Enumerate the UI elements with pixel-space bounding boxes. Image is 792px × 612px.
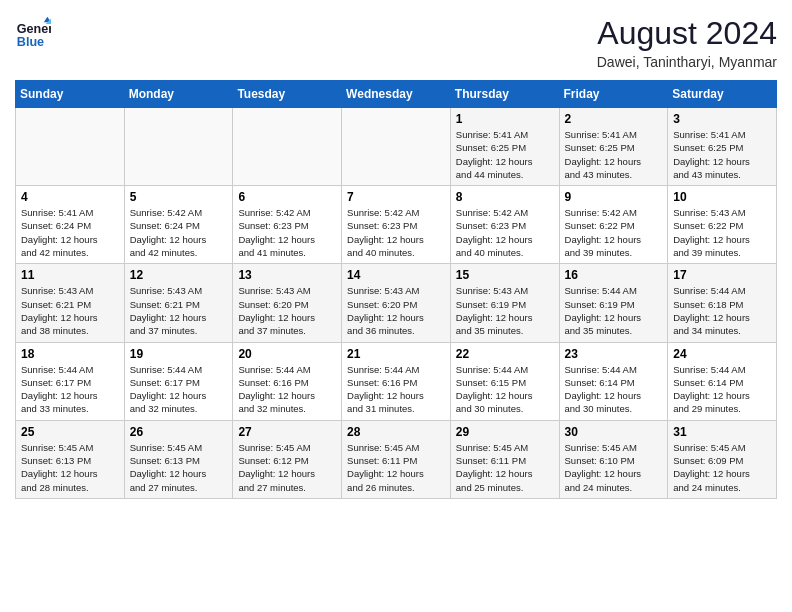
day-number: 28 [347,425,445,439]
day-info: Sunrise: 5:43 AM Sunset: 6:20 PM Dayligh… [238,284,336,337]
month-year: August 2024 [597,15,777,52]
calendar-cell: 20Sunrise: 5:44 AM Sunset: 6:16 PM Dayli… [233,342,342,420]
day-info: Sunrise: 5:41 AM Sunset: 6:24 PM Dayligh… [21,206,119,259]
day-number: 30 [565,425,663,439]
day-number: 21 [347,347,445,361]
day-number: 22 [456,347,554,361]
calendar-cell: 28Sunrise: 5:45 AM Sunset: 6:11 PM Dayli… [342,420,451,498]
day-info: Sunrise: 5:45 AM Sunset: 6:13 PM Dayligh… [130,441,228,494]
day-info: Sunrise: 5:43 AM Sunset: 6:19 PM Dayligh… [456,284,554,337]
calendar-cell: 3Sunrise: 5:41 AM Sunset: 6:25 PM Daylig… [668,108,777,186]
day-info: Sunrise: 5:43 AM Sunset: 6:21 PM Dayligh… [130,284,228,337]
weekday-header-saturday: Saturday [668,81,777,108]
day-info: Sunrise: 5:45 AM Sunset: 6:11 PM Dayligh… [456,441,554,494]
calendar-cell: 1Sunrise: 5:41 AM Sunset: 6:25 PM Daylig… [450,108,559,186]
calendar-cell: 2Sunrise: 5:41 AM Sunset: 6:25 PM Daylig… [559,108,668,186]
calendar-cell: 12Sunrise: 5:43 AM Sunset: 6:21 PM Dayli… [124,264,233,342]
calendar-cell: 13Sunrise: 5:43 AM Sunset: 6:20 PM Dayli… [233,264,342,342]
calendar-cell: 5Sunrise: 5:42 AM Sunset: 6:24 PM Daylig… [124,186,233,264]
day-info: Sunrise: 5:42 AM Sunset: 6:23 PM Dayligh… [456,206,554,259]
calendar-week-3: 18Sunrise: 5:44 AM Sunset: 6:17 PM Dayli… [16,342,777,420]
calendar-cell: 16Sunrise: 5:44 AM Sunset: 6:19 PM Dayli… [559,264,668,342]
calendar-cell: 10Sunrise: 5:43 AM Sunset: 6:22 PM Dayli… [668,186,777,264]
day-number: 10 [673,190,771,204]
day-number: 13 [238,268,336,282]
calendar-cell: 21Sunrise: 5:44 AM Sunset: 6:16 PM Dayli… [342,342,451,420]
calendar-cell [16,108,125,186]
day-info: Sunrise: 5:44 AM Sunset: 6:16 PM Dayligh… [238,363,336,416]
day-info: Sunrise: 5:44 AM Sunset: 6:19 PM Dayligh… [565,284,663,337]
day-info: Sunrise: 5:43 AM Sunset: 6:21 PM Dayligh… [21,284,119,337]
day-number: 19 [130,347,228,361]
day-info: Sunrise: 5:41 AM Sunset: 6:25 PM Dayligh… [456,128,554,181]
day-info: Sunrise: 5:44 AM Sunset: 6:17 PM Dayligh… [130,363,228,416]
day-number: 29 [456,425,554,439]
weekday-header-friday: Friday [559,81,668,108]
day-number: 4 [21,190,119,204]
day-number: 18 [21,347,119,361]
calendar-cell: 31Sunrise: 5:45 AM Sunset: 6:09 PM Dayli… [668,420,777,498]
logo-icon: General Blue [15,15,51,51]
day-number: 31 [673,425,771,439]
day-number: 17 [673,268,771,282]
day-info: Sunrise: 5:42 AM Sunset: 6:23 PM Dayligh… [238,206,336,259]
calendar-cell: 11Sunrise: 5:43 AM Sunset: 6:21 PM Dayli… [16,264,125,342]
day-number: 23 [565,347,663,361]
day-number: 8 [456,190,554,204]
day-info: Sunrise: 5:44 AM Sunset: 6:18 PM Dayligh… [673,284,771,337]
day-number: 6 [238,190,336,204]
calendar-week-1: 4Sunrise: 5:41 AM Sunset: 6:24 PM Daylig… [16,186,777,264]
day-info: Sunrise: 5:42 AM Sunset: 6:24 PM Dayligh… [130,206,228,259]
day-info: Sunrise: 5:44 AM Sunset: 6:15 PM Dayligh… [456,363,554,416]
day-number: 9 [565,190,663,204]
day-info: Sunrise: 5:42 AM Sunset: 6:22 PM Dayligh… [565,206,663,259]
calendar-cell: 27Sunrise: 5:45 AM Sunset: 6:12 PM Dayli… [233,420,342,498]
svg-text:Blue: Blue [17,35,44,49]
weekday-header-thursday: Thursday [450,81,559,108]
logo: General Blue [15,15,51,51]
day-info: Sunrise: 5:41 AM Sunset: 6:25 PM Dayligh… [565,128,663,181]
day-number: 2 [565,112,663,126]
day-number: 12 [130,268,228,282]
calendar-week-4: 25Sunrise: 5:45 AM Sunset: 6:13 PM Dayli… [16,420,777,498]
calendar-cell: 23Sunrise: 5:44 AM Sunset: 6:14 PM Dayli… [559,342,668,420]
calendar-cell: 24Sunrise: 5:44 AM Sunset: 6:14 PM Dayli… [668,342,777,420]
day-number: 1 [456,112,554,126]
day-number: 26 [130,425,228,439]
day-info: Sunrise: 5:45 AM Sunset: 6:09 PM Dayligh… [673,441,771,494]
page-header: General Blue August 2024 Dawei, Tanintha… [15,15,777,70]
day-number: 3 [673,112,771,126]
calendar-cell: 30Sunrise: 5:45 AM Sunset: 6:10 PM Dayli… [559,420,668,498]
calendar-cell: 25Sunrise: 5:45 AM Sunset: 6:13 PM Dayli… [16,420,125,498]
day-info: Sunrise: 5:44 AM Sunset: 6:17 PM Dayligh… [21,363,119,416]
day-info: Sunrise: 5:44 AM Sunset: 6:16 PM Dayligh… [347,363,445,416]
day-number: 20 [238,347,336,361]
weekday-header-monday: Monday [124,81,233,108]
calendar-week-0: 1Sunrise: 5:41 AM Sunset: 6:25 PM Daylig… [16,108,777,186]
calendar-cell: 22Sunrise: 5:44 AM Sunset: 6:15 PM Dayli… [450,342,559,420]
day-info: Sunrise: 5:45 AM Sunset: 6:12 PM Dayligh… [238,441,336,494]
calendar-cell: 18Sunrise: 5:44 AM Sunset: 6:17 PM Dayli… [16,342,125,420]
day-info: Sunrise: 5:45 AM Sunset: 6:10 PM Dayligh… [565,441,663,494]
calendar-week-2: 11Sunrise: 5:43 AM Sunset: 6:21 PM Dayli… [16,264,777,342]
day-number: 7 [347,190,445,204]
calendar-cell [124,108,233,186]
weekday-header-wednesday: Wednesday [342,81,451,108]
day-info: Sunrise: 5:43 AM Sunset: 6:20 PM Dayligh… [347,284,445,337]
day-number: 5 [130,190,228,204]
day-number: 15 [456,268,554,282]
day-info: Sunrise: 5:44 AM Sunset: 6:14 PM Dayligh… [673,363,771,416]
calendar-cell [233,108,342,186]
location: Dawei, Tanintharyi, Myanmar [597,54,777,70]
day-number: 24 [673,347,771,361]
calendar-cell [342,108,451,186]
day-number: 11 [21,268,119,282]
calendar-cell: 14Sunrise: 5:43 AM Sunset: 6:20 PM Dayli… [342,264,451,342]
day-number: 14 [347,268,445,282]
weekday-header-tuesday: Tuesday [233,81,342,108]
day-info: Sunrise: 5:45 AM Sunset: 6:11 PM Dayligh… [347,441,445,494]
calendar-table: SundayMondayTuesdayWednesdayThursdayFrid… [15,80,777,499]
calendar-cell: 29Sunrise: 5:45 AM Sunset: 6:11 PM Dayli… [450,420,559,498]
weekday-header-sunday: Sunday [16,81,125,108]
day-info: Sunrise: 5:43 AM Sunset: 6:22 PM Dayligh… [673,206,771,259]
